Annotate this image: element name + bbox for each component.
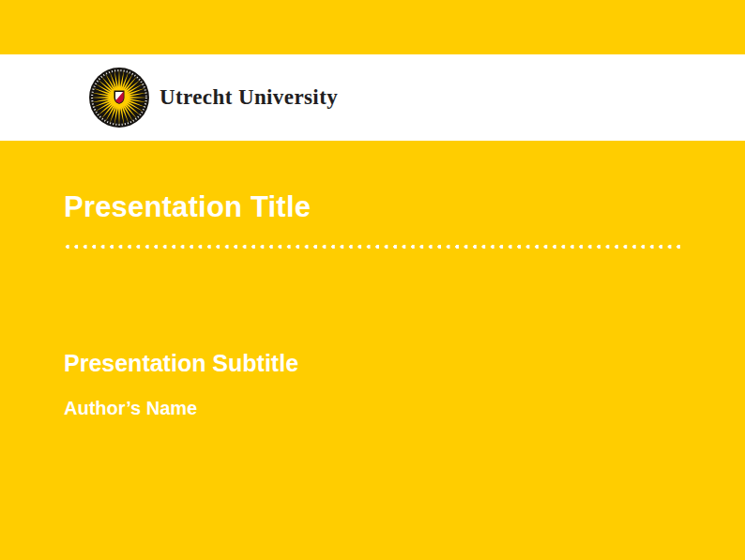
- title-block: Presentation Title Presentation Subtitle…: [64, 141, 689, 417]
- presentation-title: Presentation Title: [64, 192, 689, 221]
- logo-band: Utrecht University: [0, 54, 745, 141]
- utrecht-shield-icon: [114, 91, 124, 103]
- author-name: Author’s Name: [64, 399, 689, 417]
- dotted-divider: [64, 243, 685, 250]
- presentation-subtitle: Presentation Subtitle: [64, 352, 689, 375]
- utrecht-university-logo: Utrecht University: [87, 66, 338, 129]
- logo-wordmark: Utrecht University: [160, 85, 338, 110]
- title-slide: Utrecht University Presentation Title Pr…: [0, 0, 745, 560]
- utrecht-sun-emblem-icon: [87, 66, 151, 129]
